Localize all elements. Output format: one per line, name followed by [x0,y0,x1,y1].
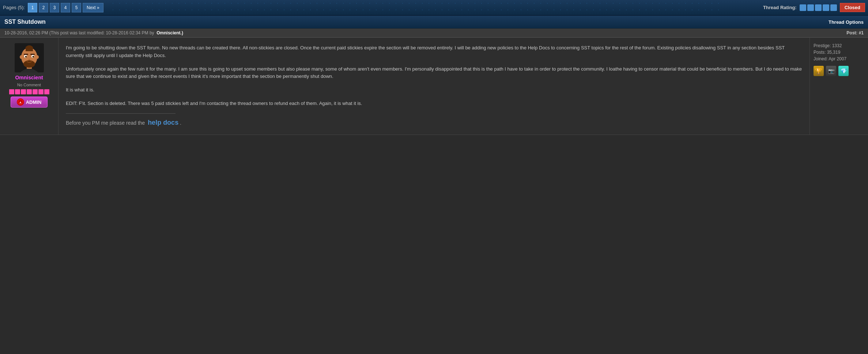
modifier-link[interactable]: Omniscient.) [156,30,183,35]
post-paragraph-1: I'm going to be shutting down the SST fo… [66,44,802,60]
star-4 [823,4,829,11]
joined-stat: Joined: Apr 2007 [814,56,864,61]
svg-point-10 [25,56,27,58]
username[interactable]: Omniscient [15,75,43,80]
avatar [15,43,44,72]
star-2 [807,4,814,11]
rating-stars [800,4,837,11]
stats-icons: 🏆 📷 💎 [814,66,864,76]
page-3-button[interactable]: 3 [50,3,59,12]
svg-rect-5 [26,47,33,51]
thread-rating-section: Thread Rating: Closed [763,3,865,12]
svg-point-14 [28,59,30,60]
avatar-svg [15,43,44,72]
post-content: I'm going to be shutting down the SST fo… [59,38,809,135]
signature-divider [66,113,176,114]
admin-icon: A [17,98,24,106]
thread-title: SST Shutdown [4,19,46,25]
svg-point-11 [32,56,34,58]
star-5 [830,4,837,11]
rep-star-1 [9,89,14,94]
post-stats-sidebar: Prestige: 1332 Posts: 35,319 Joined: Apr… [809,38,868,135]
signature-after: . [180,120,181,126]
svg-rect-13 [30,54,35,55]
svg-point-15 [23,60,35,68]
star-3 [815,4,822,11]
post-container: Omniscient No Comment A ADMIN I'm going … [0,38,868,135]
thread-title-bar: SST Shutdown Thread Options [0,16,868,29]
post-date: 10-28-2016, 02:26 PM (This post was last… [4,30,183,35]
top-bar: Pages (5): 1 2 3 4 5 Next » Thread Ratin… [0,0,868,16]
rep-star-5 [33,89,38,94]
gem-icon: 💎 [838,66,849,76]
rep-star-2 [15,89,20,94]
post-paragraph-2: Unfortunately once again the few ruin it… [66,65,802,81]
signature-before: Before you PM me please read the [66,120,145,126]
svg-rect-12 [24,54,28,55]
next-button[interactable]: Next » [83,3,103,12]
thread-rating-label: Thread Rating: [763,5,797,10]
rep-star-6 [38,89,44,94]
posts-stat: Posts: 35,319 [814,50,864,55]
post-paragraph-4: EDIT: F'it. Section is deleted. There wa… [66,100,802,108]
rep-star-4 [27,89,32,94]
post-meta-bar: 10-28-2016, 02:26 PM (This post was last… [0,29,868,38]
trophy-icon: 🏆 [814,66,824,76]
page-5-button[interactable]: 5 [72,3,81,12]
rep-star-3 [21,89,26,94]
page-2-button[interactable]: 2 [39,3,48,12]
signature: Before you PM me please read the help do… [66,117,802,128]
prestige-stat: Prestige: 1332 [814,43,864,48]
rep-star-7 [44,89,49,94]
post-paragraph-3: It is what it is. [66,86,802,94]
author-sidebar: Omniscient No Comment A ADMIN [0,38,59,135]
camera-icon: 📷 [826,66,836,76]
pagination: Pages (5): 1 2 3 4 5 Next » [3,3,103,12]
svg-point-6 [20,55,23,59]
thread-options-button[interactable]: Thread Options [829,19,864,25]
page-1-button[interactable]: 1 [28,3,37,12]
post-number: Post: #1 [846,30,864,35]
admin-badge: A ADMIN [11,97,48,108]
closed-badge: Closed [840,3,865,12]
page-4-button[interactable]: 4 [61,3,70,12]
svg-text:A: A [19,101,22,104]
help-docs-link[interactable]: help docs [148,119,178,126]
svg-point-7 [36,55,39,59]
star-1 [800,4,806,11]
pages-label: Pages (5): [3,5,25,10]
reputation-stars [9,89,49,94]
user-title: No Comment [17,83,41,87]
admin-label: ADMIN [26,99,42,105]
